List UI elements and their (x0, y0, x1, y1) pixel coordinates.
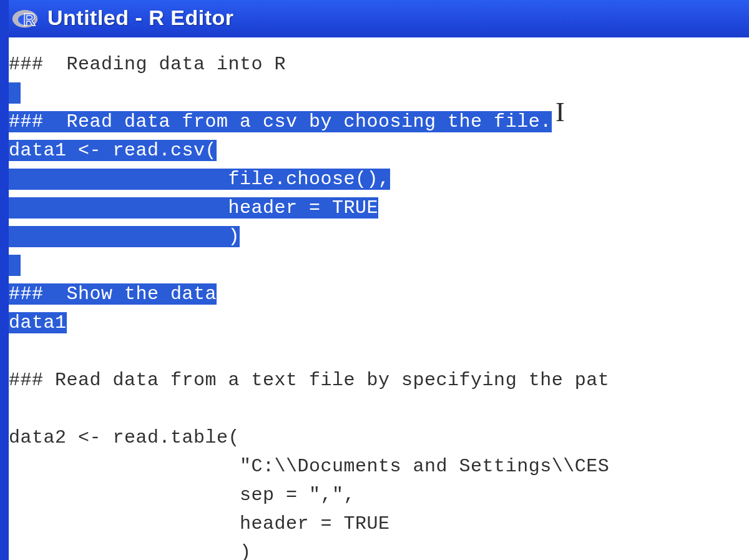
code-line[interactable]: ### Read data from a text file by specif… (9, 366, 749, 395)
code-line[interactable] (9, 337, 749, 366)
code-line[interactable] (9, 79, 749, 107)
selected-text[interactable]: data1 (9, 312, 67, 333)
selected-text[interactable]: data1 <- read.csv( (9, 140, 217, 161)
selected-text[interactable]: file.choose(), (9, 169, 390, 190)
window-title: Untitled - R Editor (47, 6, 233, 30)
code-line[interactable]: data1 <- read.csv( (9, 136, 749, 165)
selected-text[interactable]: ) (9, 226, 240, 247)
code-line[interactable]: ### Read data from a csv by choosing the… (9, 107, 749, 136)
titlebar[interactable]: R Untitled - R Editor (9, 0, 749, 35)
code-line[interactable]: ) (9, 222, 749, 251)
selected-text[interactable]: ### Read data from a csv by choosing the… (9, 111, 552, 132)
r-editor-window: R Untitled - R Editor ### Reading data i… (9, 0, 749, 560)
svg-text:R: R (23, 10, 36, 29)
code-editor-area[interactable]: ### Reading data into R ### Read data fr… (9, 35, 749, 560)
code-line[interactable]: ### Show the data (9, 280, 749, 308)
selected-text[interactable]: ### Show the data (9, 283, 217, 305)
selected-text[interactable] (9, 255, 21, 276)
code-line[interactable]: sep = ",", (9, 481, 749, 509)
code-line[interactable]: "C:\\Documents and Settings\\CES (9, 452, 749, 481)
code-line[interactable] (9, 251, 749, 280)
code-line[interactable]: data1 (9, 308, 749, 337)
selected-text[interactable] (9, 82, 21, 104)
selected-text[interactable]: header = TRUE (9, 197, 378, 219)
code-line[interactable] (9, 395, 749, 423)
code-line[interactable]: ) (9, 538, 749, 560)
code-line[interactable]: file.choose(), (9, 165, 749, 194)
code-line[interactable]: header = TRUE (9, 194, 749, 222)
code-line[interactable]: header = TRUE (9, 509, 749, 538)
code-content[interactable]: ### Reading data into R ### Read data fr… (9, 50, 749, 560)
code-line[interactable]: data2 <- read.table( (9, 423, 749, 452)
r-logo-icon: R (11, 4, 39, 31)
code-line[interactable]: ### Reading data into R (9, 50, 749, 79)
